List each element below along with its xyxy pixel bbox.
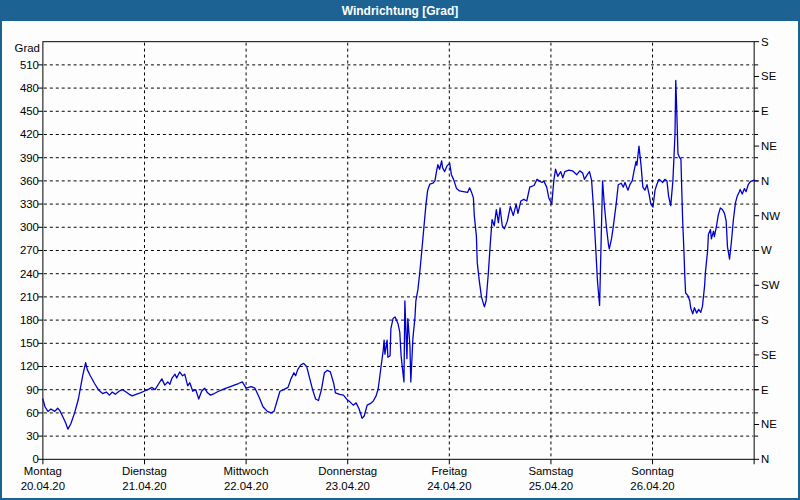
x-day-label: Samstag: [528, 465, 573, 477]
x-date-label: 26.04.20: [630, 480, 674, 492]
y-left-tick-label: 360: [20, 175, 39, 187]
y-left-tick-label: 180: [20, 314, 39, 326]
y-right-tick-label: S: [761, 36, 769, 48]
y-right-tick-label: E: [761, 105, 769, 117]
y-left-tick-label: 150: [20, 337, 39, 349]
x-date-label: 25.04.20: [529, 480, 573, 492]
y-left-axis-title: Grad: [15, 42, 40, 54]
x-date-label: 20.04.20: [21, 480, 65, 492]
y-left-tick-label: 270: [20, 244, 39, 256]
y-right-tick-label: SE: [761, 70, 777, 82]
wind-chart-window: Windrichtung [Grad] 03060901201501802102…: [0, 0, 800, 500]
x-day-label: Mittwoch: [224, 465, 269, 477]
y-right-tick-label: N: [761, 175, 769, 187]
axis-labels: 0306090120150180210240270300330360390420…: [15, 36, 781, 492]
window-title: Windrichtung [Grad]: [342, 4, 459, 18]
window-titlebar: Windrichtung [Grad]: [2, 2, 798, 21]
wind-direction-chart: 0306090120150180210240270300330360390420…: [2, 2, 798, 498]
y-left-tick-label: 300: [20, 221, 39, 233]
y-left-tick-label: 420: [20, 128, 39, 140]
x-date-label: 22.04.20: [224, 480, 268, 492]
x-day-label: Sonntag: [631, 465, 673, 477]
y-left-tick-label: 30: [26, 430, 39, 442]
axes: [38, 42, 759, 465]
data-series: [43, 80, 754, 429]
y-left-tick-label: 480: [20, 82, 39, 94]
wind-direction-line: [43, 80, 754, 429]
y-left-tick-label: 60: [26, 407, 39, 419]
y-right-tick-label: E: [761, 384, 769, 396]
y-left-tick-label: 90: [26, 384, 39, 396]
y-left-tick-label: 390: [20, 152, 39, 164]
y-right-tick-label: W: [761, 244, 772, 256]
y-left-tick-label: 330: [20, 198, 39, 210]
x-day-label: Donnerstag: [318, 465, 377, 477]
y-left-tick-label: 120: [20, 360, 39, 372]
grid-lines: [44, 43, 753, 459]
x-day-label: Dienstag: [122, 465, 167, 477]
y-right-tick-label: SW: [761, 279, 780, 291]
y-right-tick-label: NE: [761, 140, 777, 152]
y-left-tick-label: 450: [20, 105, 39, 117]
y-left-tick-label: 510: [20, 59, 39, 71]
y-right-tick-label: S: [761, 314, 769, 326]
y-right-tick-label: SE: [761, 349, 777, 361]
y-right-tick-label: NE: [761, 418, 777, 430]
x-day-label: Freitag: [432, 465, 467, 477]
x-date-label: 23.04.20: [326, 480, 370, 492]
x-date-label: 24.04.20: [427, 480, 471, 492]
y-left-tick-label: 0: [33, 453, 39, 465]
x-day-label: Montag: [24, 465, 62, 477]
y-right-tick-label: N: [761, 453, 769, 465]
y-left-tick-label: 210: [20, 291, 39, 303]
y-right-tick-label: NW: [761, 210, 780, 222]
y-left-tick-label: 240: [20, 268, 39, 280]
x-date-label: 21.04.20: [122, 480, 166, 492]
